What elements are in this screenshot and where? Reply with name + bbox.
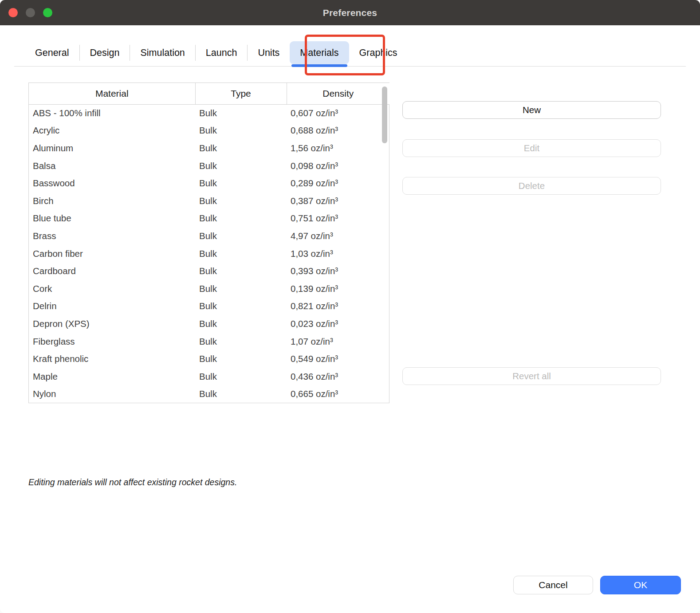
tab-general[interactable]: General	[25, 41, 79, 64]
material-cell: Cardboard	[29, 262, 195, 280]
material-cell: Aluminum	[29, 139, 195, 157]
type-cell: Bulk	[195, 122, 287, 140]
material-cell: Cork	[29, 280, 195, 298]
minimize-window-button[interactable]	[26, 8, 35, 17]
column-header-density[interactable]: Density	[287, 83, 389, 104]
density-cell: 0,289 oz/in³	[287, 174, 389, 192]
materials-table: Material Type Density ABS - 100% infillB…	[28, 83, 389, 403]
table-row[interactable]: MapleBulk0,436 oz/in³	[29, 368, 389, 385]
table-row[interactable]: CorkBulk0,139 oz/in³	[29, 280, 389, 298]
type-cell: Bulk	[195, 385, 287, 403]
type-cell: Bulk	[195, 245, 287, 263]
density-cell: 0,607 oz/in³	[287, 104, 389, 122]
material-cell: Acrylic	[29, 122, 195, 140]
density-cell: 0,023 oz/in³	[287, 315, 389, 333]
window-title: Preferences	[323, 8, 377, 18]
table-row[interactable]: FiberglassBulk1,07 oz/in³	[29, 333, 389, 350]
zoom-window-button[interactable]	[43, 8, 52, 17]
material-cell: Fiberglass	[29, 333, 195, 350]
density-cell: 0,393 oz/in³	[287, 262, 389, 280]
table-row[interactable]: AluminumBulk1,56 oz/in³	[29, 139, 389, 157]
material-cell: Kraft phenolic	[29, 350, 195, 368]
density-cell: 0,139 oz/in³	[287, 280, 389, 298]
table-row[interactable]: Carbon fiberBulk1,03 oz/in³	[29, 245, 389, 263]
material-cell: Basswood	[29, 174, 195, 192]
type-cell: Bulk	[195, 315, 287, 333]
column-header-type[interactable]: Type	[195, 83, 287, 104]
type-cell: Bulk	[195, 262, 287, 280]
tab-launch[interactable]: Launch	[196, 41, 248, 64]
edit-button[interactable]: Edit	[402, 139, 661, 157]
table-row[interactable]: CardboardBulk0,393 oz/in³	[29, 262, 389, 280]
delete-button[interactable]: Delete	[402, 177, 661, 195]
close-window-button[interactable]	[8, 8, 18, 17]
density-cell: 0,821 oz/in³	[287, 298, 389, 315]
type-cell: Bulk	[195, 104, 287, 122]
revert-all-button[interactable]: Revert all	[402, 367, 661, 385]
material-cell: Brass	[29, 227, 195, 245]
title-bar: Preferences	[0, 0, 700, 25]
density-cell: 0,751 oz/in³	[287, 210, 389, 228]
table-row[interactable]: BasswoodBulk0,289 oz/in³	[29, 174, 389, 192]
type-cell: Bulk	[195, 210, 287, 228]
table-scrollbar[interactable]	[382, 86, 387, 143]
material-cell: Balsa	[29, 157, 195, 175]
material-cell: Delrin	[29, 298, 195, 315]
density-cell: 0,436 oz/in³	[287, 368, 389, 385]
tab-graphics[interactable]: Graphics	[349, 41, 408, 64]
type-cell: Bulk	[195, 368, 287, 385]
table-row[interactable]: NylonBulk0,665 oz/in³	[29, 385, 389, 403]
table-row[interactable]: AcrylicBulk0,688 oz/in³	[29, 122, 389, 140]
preferences-tabs: General Design Simulation Launch Units M…	[25, 41, 408, 65]
material-cell: Nylon	[29, 385, 195, 403]
material-cell: Blue tube	[29, 210, 195, 228]
table-row[interactable]: BalsaBulk0,098 oz/in³	[29, 157, 389, 175]
table-row[interactable]: BirchBulk0,387 oz/in³	[29, 192, 389, 210]
traffic-lights	[8, 8, 52, 17]
type-cell: Bulk	[195, 298, 287, 315]
table-row[interactable]: DelrinBulk0,821 oz/in³	[29, 298, 389, 315]
type-cell: Bulk	[195, 174, 287, 192]
table-row[interactable]: Depron (XPS)Bulk0,023 oz/in³	[29, 315, 389, 333]
tabs-bottom-rule	[14, 66, 686, 67]
table-row[interactable]: Kraft phenolicBulk0,549 oz/in³	[29, 350, 389, 368]
tab-units[interactable]: Units	[248, 41, 290, 64]
type-cell: Bulk	[195, 280, 287, 298]
type-cell: Bulk	[195, 139, 287, 157]
density-cell: 1,03 oz/in³	[287, 245, 389, 263]
density-cell: 0,549 oz/in³	[287, 350, 389, 368]
materials-table-body: ABS - 100% infillBulk0,607 oz/in³Acrylic…	[29, 104, 389, 403]
density-cell: 1,56 oz/in³	[287, 139, 389, 157]
density-cell: 0,098 oz/in³	[287, 157, 389, 175]
type-cell: Bulk	[195, 350, 287, 368]
tab-design[interactable]: Design	[80, 41, 130, 64]
density-cell: 0,688 oz/in³	[287, 122, 389, 140]
type-cell: Bulk	[195, 157, 287, 175]
preferences-window: Preferences General Design Simulation La…	[0, 0, 700, 613]
materials-note: Editing materials will not affect existi…	[28, 477, 237, 487]
tab-materials-label: Materials	[300, 47, 338, 59]
material-cell: ABS - 100% infill	[29, 104, 195, 122]
column-header-material[interactable]: Material	[29, 83, 195, 104]
density-cell: 1,07 oz/in³	[287, 333, 389, 350]
material-cell: Maple	[29, 368, 195, 385]
density-cell: 0,665 oz/in³	[287, 385, 389, 403]
table-header-row: Material Type Density	[29, 83, 389, 104]
tab-materials[interactable]: Materials	[290, 41, 349, 64]
tab-simulation[interactable]: Simulation	[130, 41, 195, 64]
type-cell: Bulk	[195, 192, 287, 210]
table-row[interactable]: BrassBulk4,97 oz/in³	[29, 227, 389, 245]
type-cell: Bulk	[195, 227, 287, 245]
cancel-button[interactable]: Cancel	[513, 576, 593, 594]
material-cell: Depron (XPS)	[29, 315, 195, 333]
table-row[interactable]: ABS - 100% infillBulk0,607 oz/in³	[29, 104, 389, 122]
ok-button[interactable]: OK	[600, 576, 681, 594]
new-button[interactable]: New	[402, 101, 661, 119]
material-cell: Carbon fiber	[29, 245, 195, 263]
selected-tab-underline	[291, 64, 347, 67]
density-cell: 4,97 oz/in³	[287, 227, 389, 245]
density-cell: 0,387 oz/in³	[287, 192, 389, 210]
table-row[interactable]: Blue tubeBulk0,751 oz/in³	[29, 210, 389, 228]
material-cell: Birch	[29, 192, 195, 210]
type-cell: Bulk	[195, 333, 287, 350]
